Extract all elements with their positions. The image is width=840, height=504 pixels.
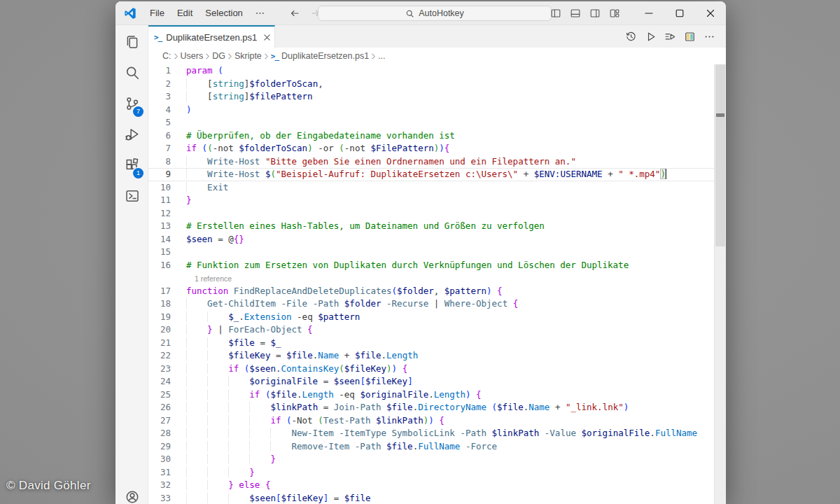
activity-item-explorer[interactable] xyxy=(115,27,148,57)
line-number[interactable]: 29 xyxy=(148,440,179,454)
minimize-button[interactable] xyxy=(634,1,664,25)
breadcrumb-item[interactable]: >_DuplikateErsetzen.ps1 xyxy=(271,51,369,61)
line-number[interactable]: 31 xyxy=(148,466,179,479)
command-center-search[interactable]: AutoHotkey xyxy=(318,6,552,21)
tab-close-icon[interactable] xyxy=(262,33,272,42)
timeline-button[interactable] xyxy=(624,29,638,43)
line-number[interactable]: 8 xyxy=(148,155,179,169)
code-line[interactable]: 28 New-Item -ItemType SymbolicLink -Path… xyxy=(148,427,714,440)
scrollbar-thumb[interactable] xyxy=(715,64,725,246)
code-line[interactable]: 26 $linkPath = Join-Path $file.Directory… xyxy=(148,401,714,414)
line-number[interactable]: 3 xyxy=(148,90,179,104)
code-line[interactable]: 15 xyxy=(148,246,714,259)
line-number[interactable]: 33 xyxy=(148,492,179,504)
code-line[interactable]: 22 $fileKey = $file.Name + $file.Length xyxy=(148,349,714,363)
code-line[interactable]: 3 [string]$filePattern xyxy=(148,90,714,104)
activity-item-powershell[interactable] xyxy=(115,181,148,211)
line-number[interactable]: 14 xyxy=(148,233,179,246)
breadcrumb-item[interactable]: Users xyxy=(181,51,204,61)
run-selection-button[interactable] xyxy=(663,29,677,43)
code-line[interactable]: 24 $originalFile = $seen[$fileKey] xyxy=(148,375,714,388)
code-line[interactable]: 29 Remove-Item -Path $file.FullName -For… xyxy=(148,440,714,454)
line-number[interactable]: 1 xyxy=(148,64,179,78)
code-line[interactable]: 13# Erstellen eines Hash-Tables, um Date… xyxy=(148,220,714,233)
line-number[interactable]: 27 xyxy=(148,414,179,428)
code-line[interactable]: 8 Write-Host "Bitte geben Sie einen Ordn… xyxy=(148,155,714,169)
line-number[interactable]: 28 xyxy=(148,427,179,440)
line-number[interactable]: 11 xyxy=(148,194,179,207)
line-number[interactable]: 4 xyxy=(148,104,179,117)
line-number[interactable]: 16 xyxy=(148,259,179,272)
run-file-button[interactable] xyxy=(643,29,657,43)
code-line[interactable]: 10 Exit xyxy=(148,181,714,195)
layout-sidebar-left-button[interactable] xyxy=(550,7,562,20)
code-line[interactable]: 4) xyxy=(148,104,714,117)
line-number[interactable]: 25 xyxy=(148,388,179,402)
code-line[interactable]: 19 $_.Extension -eq $pattern xyxy=(148,311,714,324)
line-number[interactable]: 13 xyxy=(148,220,179,233)
breadcrumb-item[interactable]: DG xyxy=(212,51,225,61)
activity-item-source-control[interactable]: 7 xyxy=(115,88,148,119)
code-line[interactable]: 23 if ($seen.ContainsKey($fileKey)) { xyxy=(148,363,714,376)
code-line[interactable]: 20 } | ForEach-Object { xyxy=(148,323,714,337)
activity-item-search[interactable] xyxy=(115,57,148,88)
close-button[interactable] xyxy=(695,1,726,25)
activity-item-extensions[interactable]: 1 xyxy=(115,150,148,181)
code-line[interactable]: 2 [string]$folderToScan, xyxy=(148,78,714,91)
line-number[interactable]: 7 xyxy=(148,142,179,155)
line-number[interactable]: 30 xyxy=(148,453,179,466)
line-number[interactable]: 2 xyxy=(148,78,179,91)
code-line[interactable]: 6# Überprüfen, ob der Eingabedateiname v… xyxy=(148,130,714,143)
layout-sidebar-right-button[interactable] xyxy=(589,7,601,20)
line-number[interactable]: 15 xyxy=(148,246,179,259)
code-line[interactable]: 14$seen = @{} xyxy=(148,233,714,246)
line-number[interactable]: 9 xyxy=(148,168,179,181)
split-editor-button[interactable] xyxy=(682,29,696,43)
line-number[interactable]: 24 xyxy=(148,375,179,388)
code-line[interactable]: 11} xyxy=(148,194,714,207)
line-number[interactable]: 21 xyxy=(148,337,179,350)
code-line[interactable]: 18 Get-ChildItem -File -Path $folder -Re… xyxy=(148,298,714,311)
breadcrumb-item[interactable]: Skripte xyxy=(234,51,262,61)
codelens-reference[interactable]: 1 reference xyxy=(195,274,232,283)
more-actions-button[interactable] xyxy=(702,29,716,43)
menu-item-file[interactable]: File xyxy=(144,5,171,22)
line-number[interactable]: 12 xyxy=(148,207,179,220)
code-line[interactable]: 17function FindReplaceAndDeleteDuplicate… xyxy=(148,285,714,298)
code-line[interactable]: 30 } xyxy=(148,453,714,466)
line-number[interactable]: 23 xyxy=(148,363,179,376)
menu-item-edit[interactable]: Edit xyxy=(171,5,199,22)
menu-item-more-menus[interactable]: ⋯ xyxy=(249,5,271,22)
line-number[interactable]: 17 xyxy=(148,285,179,298)
menu-item-selection[interactable]: Selection xyxy=(199,5,248,22)
breadcrumb-item[interactable]: C: xyxy=(162,51,172,61)
code-area[interactable]: 1param (2 [string]$folderToScan,3 [strin… xyxy=(148,64,714,504)
line-number[interactable]: 26 xyxy=(148,401,179,414)
breadcrumb-item[interactable]: ... xyxy=(378,51,385,61)
code-line[interactable]: 27 if (-Not (Test-Path $linkPath)) { xyxy=(148,414,714,428)
code-line[interactable]: 12 xyxy=(148,207,714,220)
layout-panel-button[interactable] xyxy=(569,7,582,20)
activity-item-account[interactable] xyxy=(115,482,148,504)
line-number[interactable]: 22 xyxy=(148,349,179,363)
code-line[interactable]: 32 } else { xyxy=(148,479,714,492)
line-number[interactable]: 20 xyxy=(148,323,179,337)
code-line[interactable]: 16# Funktion zum Ersetzen von Duplikaten… xyxy=(148,259,714,272)
maximize-button[interactable] xyxy=(664,1,695,25)
line-number[interactable]: 18 xyxy=(148,298,179,311)
line-number[interactable]: 6 xyxy=(148,130,179,143)
line-number[interactable]: 19 xyxy=(148,311,179,324)
line-number[interactable]: 32 xyxy=(148,479,179,492)
code-line[interactable]: 7if ((-not $folderToScan) -or (-not $Fil… xyxy=(148,142,714,155)
line-number[interactable]: 5 xyxy=(148,116,179,130)
code-line[interactable]: 31 } xyxy=(148,466,714,479)
back-button[interactable] xyxy=(288,6,302,20)
code-line[interactable]: 25 if ($file.Length -eq $originalFile.Le… xyxy=(148,388,714,402)
codelens-row[interactable]: 1 reference xyxy=(148,272,714,285)
editor-scrollbar[interactable] xyxy=(714,64,726,504)
code-line[interactable]: 5 xyxy=(148,116,714,130)
line-number[interactable]: 10 xyxy=(148,181,179,195)
tab-duplikateersetzen[interactable]: >_ DuplikateErsetzen.ps1 xyxy=(148,25,275,48)
code-line[interactable]: 9 Write-Host $("Beispiel-Aufruf: Duplika… xyxy=(148,168,714,181)
layout-customize-button[interactable] xyxy=(608,7,621,20)
